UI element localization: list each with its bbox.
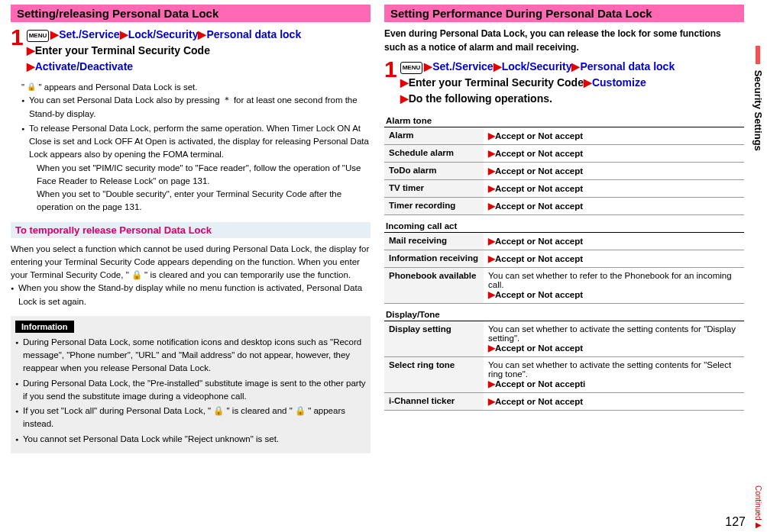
notes-block: " 🔒 " appears and Personal Data Lock is …: [21, 81, 371, 214]
setting-value: ▶Accept or Not accept: [484, 163, 744, 180]
section-bar-right: Setting Performance During Personal Data…: [384, 5, 744, 22]
nav-set-service: Set./Service: [59, 28, 119, 40]
table-row: Timer recording▶Accept or Not accept: [384, 198, 744, 215]
side-tab-label: Security Settings: [752, 70, 764, 151]
table-row: Information receiving▶Accept or Not acce…: [384, 250, 744, 268]
side-tab-security: Security Settings: [752, 46, 764, 151]
setting-key: Mail receiving: [384, 233, 484, 250]
nav-activate: Activate/Deactivate: [35, 60, 133, 73]
info-item: During Personal Data Lock, some notifica…: [15, 336, 366, 376]
table-row: Select ring toneYou can set whether to a…: [384, 357, 744, 393]
setting-key: TV timer: [384, 180, 484, 198]
table-section-label: Display/Tone: [384, 307, 744, 321]
information-label: Information: [15, 321, 74, 333]
page-number: 127: [725, 515, 746, 529]
setting-key: Phonebook available: [384, 268, 484, 304]
note-sub: When you set to "Double security", enter…: [37, 188, 371, 214]
triangle-icon: ▶: [50, 28, 59, 40]
menu-icon: MENU: [400, 62, 423, 74]
info-item: During Personal Data Lock, the "Pre-inst…: [15, 377, 366, 404]
continued-label: Continued▶: [754, 485, 762, 529]
settings-table: Display settingYou can set whether to ac…: [384, 321, 744, 411]
nav-set-service: Set./Service: [432, 60, 493, 73]
settings-table: Alarm▶Accept or Not acceptSchedule alarm…: [384, 127, 744, 215]
table-row: TV timer▶Accept or Not accept: [384, 180, 744, 198]
setting-value: You can set whether to activate the sett…: [484, 357, 744, 393]
setting-key: Display setting: [384, 321, 484, 357]
triangle-icon: ▶: [400, 92, 409, 105]
setting-value: ▶Accept or Not accept: [484, 180, 744, 198]
nav-personal-data-lock: Personal data lock: [206, 28, 301, 40]
step-1-right: 1 MENU▶Set./Service▶Lock/Security▶Person…: [384, 59, 744, 107]
setting-value: ▶Accept or Not accept: [484, 127, 744, 145]
left-column: Setting/releasing Personal Data Lock 1 M…: [11, 5, 371, 453]
nav-lock-security: Lock/Security: [502, 60, 572, 73]
step-number: 1: [11, 27, 24, 75]
paragraph: When you select a function which cannot …: [11, 243, 371, 282]
setting-key: ToDo alarm: [384, 163, 484, 180]
setting-key: Timer recording: [384, 198, 484, 215]
setting-value: You can set whether to refer to the Phon…: [484, 268, 744, 304]
nav-customize: Customize: [592, 76, 646, 89]
sub-heading-temp-release: To temporally release Personal Data Lock: [11, 222, 371, 238]
nav-personal-data-lock: Personal data lock: [580, 60, 675, 73]
triangle-icon: ▶: [27, 60, 35, 73]
table-row: ToDo alarm▶Accept or Not accept: [384, 163, 744, 180]
setting-key: Schedule alarm: [384, 145, 484, 163]
setting-value: ▶Accept or Not accept: [484, 393, 744, 411]
triangle-icon: ▶: [27, 44, 35, 56]
setting-key: i-Channel ticker: [384, 393, 484, 411]
info-item: If you set "Lock all" during Personal Da…: [15, 405, 366, 431]
triangle-icon: ▶: [584, 76, 592, 89]
setting-value: You can set whether to activate the sett…: [484, 321, 744, 357]
setting-value: ▶Accept or Not accept: [484, 233, 744, 250]
setting-key: Alarm: [384, 127, 484, 145]
setting-key: Select ring tone: [384, 357, 484, 393]
table-row: i-Channel ticker▶Accept or Not accept: [384, 393, 744, 411]
note-sub: When you set "PIM/IC security mode" to "…: [37, 162, 371, 189]
setting-key: Information receiving: [384, 250, 484, 268]
nav-enter-code: Enter your Terminal Security Code: [35, 44, 210, 56]
information-box: Information During Personal Data Lock, s…: [11, 316, 371, 453]
intro-text: Even during Personal Data Lock, you can …: [384, 27, 744, 54]
nav-lock-security: Lock/Security: [128, 28, 199, 40]
step-number: 1: [384, 59, 397, 107]
triangle-icon: ▶: [494, 60, 502, 73]
lock-icon: 🔒: [27, 82, 36, 91]
table-section-label: Incoming call act: [384, 218, 744, 233]
table-section-label: Alarm tone: [384, 113, 744, 127]
section-bar-left: Setting/releasing Personal Data Lock: [11, 5, 371, 22]
side-tab-accent: [756, 46, 760, 64]
table-row: Schedule alarm▶Accept or Not accept: [384, 145, 744, 163]
note-item: To release Personal Data Lock, perform t…: [21, 122, 371, 214]
note-item: You can set Personal Data Lock also by p…: [21, 94, 371, 121]
paragraph-bullet: When you show the Stand-by display while…: [11, 282, 371, 308]
setting-value: ▶Accept or Not accept: [484, 250, 744, 268]
setting-value: ▶Accept or Not accept: [484, 198, 744, 215]
setting-value: ▶Accept or Not accept: [484, 145, 744, 163]
nav-enter-code: Enter your Terminal Security Code: [409, 76, 584, 89]
note-intro: appears and Personal Data Lock is set.: [44, 82, 198, 92]
info-item: You cannot set Personal Data Lock while …: [15, 433, 366, 446]
settings-table: Mail receiving▶Accept or Not acceptInfor…: [384, 233, 744, 304]
triangle-icon: ▶: [424, 60, 432, 73]
table-row: Display settingYou can set whether to ac…: [384, 321, 744, 357]
table-row: Alarm▶Accept or Not accept: [384, 127, 744, 145]
step-1-left: 1 MENU▶Set./Service▶Lock/Security▶Person…: [11, 27, 371, 75]
triangle-icon: ▶: [400, 76, 409, 89]
table-row: Phonebook availableYou can set whether t…: [384, 268, 744, 304]
triangle-icon: ▶: [120, 28, 128, 40]
table-row: Mail receiving▶Accept or Not accept: [384, 233, 744, 250]
nav-do-following: Do the following operations.: [409, 92, 552, 105]
menu-icon: MENU: [27, 30, 50, 42]
right-column: Setting Performance During Personal Data…: [384, 5, 744, 453]
triangle-icon: ▶: [571, 60, 580, 73]
triangle-icon: ▶: [198, 28, 206, 40]
